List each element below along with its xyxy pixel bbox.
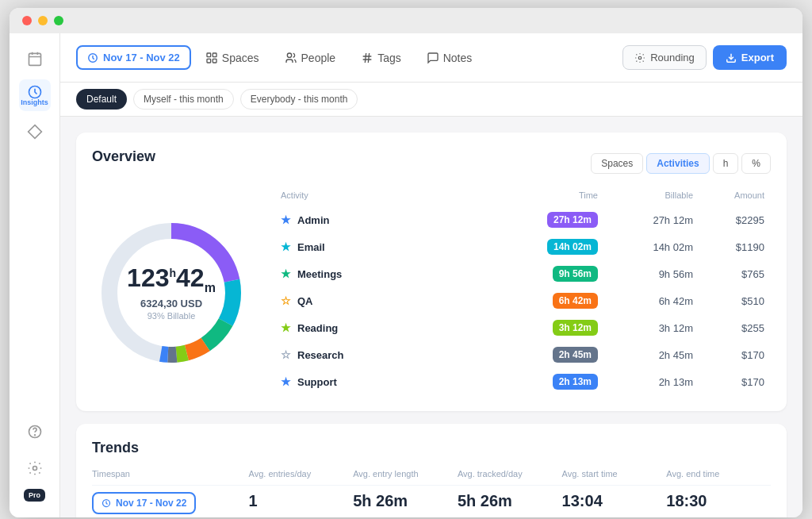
svg-point-7 xyxy=(34,435,35,436)
billable-time: 2h 13m xyxy=(598,376,693,388)
toggle-activities[interactable]: Activities xyxy=(646,153,709,174)
sidebar-item-diamond[interactable] xyxy=(19,116,51,148)
date-range-button[interactable]: Nov 17 - Nov 22 xyxy=(76,45,191,70)
star-icon: ★ xyxy=(281,375,291,388)
sidebar-item-insights[interactable]: Insights xyxy=(19,79,51,111)
content-area: Overview Spaces Activities h % xyxy=(60,117,802,517)
amount: $510 xyxy=(693,295,764,307)
time-col: 9h 56m xyxy=(503,266,598,282)
sidebar-item-settings[interactable] xyxy=(19,452,51,484)
table-row: ★ Meetings 9h 56m 9h 56m $765 xyxy=(274,260,771,287)
header-actions: Rounding Export xyxy=(622,45,787,70)
trends-date-label: Nov 17 - Nov 22 xyxy=(116,498,186,509)
donut-billable: 93% Billable xyxy=(127,311,216,321)
svg-rect-13 xyxy=(213,59,216,63)
time-col: 2h 45m xyxy=(503,347,598,363)
sidebar-item-calendar[interactable] xyxy=(19,43,51,75)
filter-default[interactable]: Default xyxy=(76,89,127,110)
amount: $2295 xyxy=(693,214,764,226)
filter-everybody[interactable]: Everybody - this month xyxy=(240,89,358,110)
table-row: ★ Support 2h 13m 2h 13m $170 xyxy=(274,368,771,395)
activity-label: Meetings xyxy=(297,268,342,280)
activity-label: Admin xyxy=(297,214,329,226)
date-range-label: Nov 17 - Nov 22 xyxy=(103,52,180,63)
billable-time: 27h 12m xyxy=(598,214,693,226)
time-badge: 2h 45m xyxy=(553,347,598,363)
rounding-button[interactable]: Rounding xyxy=(622,45,707,70)
trends-avg-length: 5h 26m xyxy=(353,485,458,517)
nav-people[interactable]: People xyxy=(274,47,347,69)
trends-col-tracked: Avg. tracked/day xyxy=(458,469,562,485)
trends-col-entries: Avg. entries/day xyxy=(249,469,354,485)
col-time: Time xyxy=(503,190,598,200)
activity-name-reading: ★ Reading xyxy=(281,321,503,334)
amount: $765 xyxy=(693,268,764,280)
rounding-label: Rounding xyxy=(650,52,695,63)
app-body: Insights Pro xyxy=(10,33,802,517)
col-billable: Billable xyxy=(598,190,693,200)
billable-time: 14h 02m xyxy=(598,241,693,253)
trends-col-end: Avg. end time xyxy=(666,469,771,485)
svg-line-17 xyxy=(365,53,366,63)
trends-date: Nov 17 - Nov 22 xyxy=(92,485,249,517)
nav-notes-label: Notes xyxy=(443,52,473,64)
title-bar xyxy=(10,8,802,33)
trends-date-button[interactable]: Nov 17 - Nov 22 xyxy=(92,492,196,514)
amount: $170 xyxy=(693,376,764,388)
svg-rect-11 xyxy=(213,53,216,57)
activity-name-meetings: ★ Meetings xyxy=(281,267,503,280)
app-window: Insights Pro xyxy=(10,8,802,517)
filter-bar: Default Myself - this month Everybody - … xyxy=(60,83,802,117)
svg-rect-10 xyxy=(207,53,211,57)
pro-badge: Pro xyxy=(24,489,45,502)
star-icon: ☆ xyxy=(281,348,291,361)
toggle-spaces[interactable]: Spaces xyxy=(591,153,643,174)
close-dot[interactable] xyxy=(22,16,32,25)
amount: $1190 xyxy=(693,241,764,253)
nav-spaces[interactable]: Spaces xyxy=(194,47,270,69)
star-icon: ☆ xyxy=(281,294,291,307)
time-col: 3h 12m xyxy=(503,320,598,336)
amount: $170 xyxy=(693,349,764,361)
trends-avg-tracked: 5h 26m xyxy=(458,485,562,517)
activity-label: Support xyxy=(297,376,337,388)
insights-label: Insights xyxy=(21,98,48,106)
trends-avg-start: 13:04 xyxy=(562,485,667,517)
billable-time: 9h 56m xyxy=(598,268,693,280)
export-button[interactable]: Export xyxy=(713,45,787,70)
view-toggle: Spaces Activities h % xyxy=(591,153,771,174)
table-row: ★ Reading 3h 12m 3h 12m $255 xyxy=(274,314,771,341)
svg-point-8 xyxy=(33,467,36,471)
activity-label: QA xyxy=(297,295,313,307)
table-row: ★ Email 14h 02m 14h 02m $1190 xyxy=(274,233,771,260)
toggle-hours[interactable]: h xyxy=(713,153,739,174)
time-badge: 3h 12m xyxy=(553,320,598,336)
nav-tags-label: Tags xyxy=(377,52,401,64)
sidebar-item-help[interactable] xyxy=(19,416,51,448)
table-row: ☆ QA 6h 42m 6h 42m $510 xyxy=(274,287,771,314)
filter-myself[interactable]: Myself - this month xyxy=(133,89,234,110)
trends-col-start: Avg. start time xyxy=(562,469,667,485)
svg-point-19 xyxy=(638,56,642,60)
amount: $255 xyxy=(693,322,764,334)
nav-tags[interactable]: Tags xyxy=(350,47,412,69)
time-col: 6h 42m xyxy=(503,293,598,309)
maximize-dot[interactable] xyxy=(54,16,63,25)
minimize-dot[interactable] xyxy=(38,16,48,25)
header: Nov 17 - Nov 22 Spaces People Tags xyxy=(60,33,802,83)
trends-card: Trends Timespan Avg. entries/day Avg. en… xyxy=(76,424,787,517)
time-badge: 2h 13m xyxy=(553,374,598,390)
overview-title: Overview xyxy=(92,148,155,165)
activity-name-email: ★ Email xyxy=(281,240,503,253)
table-row: ★ Admin 27h 12m 27h 12m $2295 xyxy=(274,206,771,233)
col-amount: Amount xyxy=(693,190,764,200)
header-nav: Nov 17 - Nov 22 Spaces People Tags xyxy=(76,45,483,70)
activity-rows: ★ Admin 27h 12m 27h 12m $2295 ★ Email 14… xyxy=(274,206,771,395)
svg-point-14 xyxy=(287,53,291,57)
time-badge: 27h 12m xyxy=(547,212,598,228)
overview-card: Overview Spaces Activities h % xyxy=(76,133,787,411)
nav-notes[interactable]: Notes xyxy=(416,47,484,69)
toggle-percent[interactable]: % xyxy=(741,153,771,174)
trends-col-length: Avg. entry length xyxy=(353,469,458,485)
activity-name-admin: ★ Admin xyxy=(281,213,503,226)
